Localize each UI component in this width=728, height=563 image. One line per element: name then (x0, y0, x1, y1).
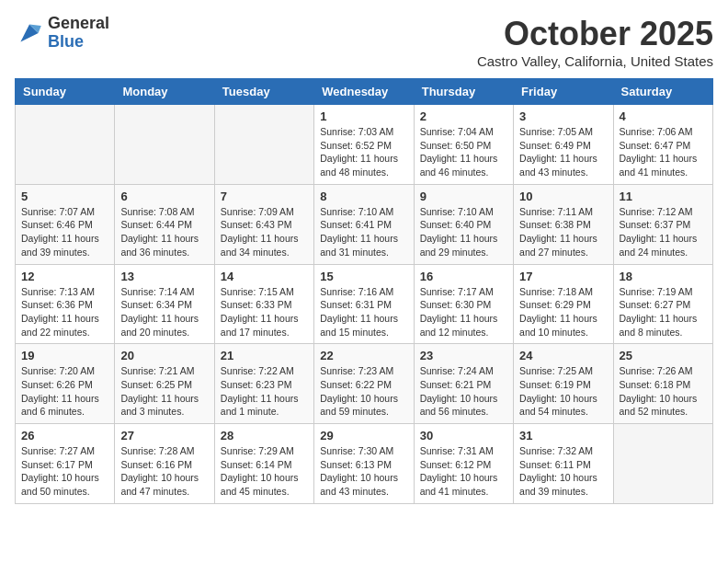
day-number: 16 (420, 270, 507, 283)
day-number: 9 (420, 190, 507, 203)
day-info: Sunrise: 7:28 AMSunset: 6:16 PMDaylight:… (120, 444, 208, 499)
weekday-header-row: SundayMondayTuesdayWednesdayThursdayFrid… (16, 79, 713, 105)
calendar-cell: 24Sunrise: 7:25 AMSunset: 6:19 PMDayligh… (514, 344, 613, 424)
calendar-cell (115, 105, 214, 185)
calendar-cell: 30Sunrise: 7:31 AMSunset: 6:12 PMDayligh… (414, 424, 513, 504)
calendar-cell: 10Sunrise: 7:11 AMSunset: 6:38 PMDayligh… (514, 184, 613, 264)
day-number: 5 (21, 190, 108, 203)
calendar-cell: 13Sunrise: 7:14 AMSunset: 6:34 PMDayligh… (115, 264, 214, 344)
day-info: Sunrise: 7:06 AMSunset: 6:47 PMDaylight:… (620, 125, 707, 179)
day-number: 26 (21, 429, 108, 442)
page-header: General Blue October 2025 Castro Valley,… (15, 15, 713, 69)
calendar-cell: 6Sunrise: 7:08 AMSunset: 6:44 PMDaylight… (115, 184, 214, 264)
day-number: 22 (320, 349, 407, 362)
day-info: Sunrise: 7:16 AMSunset: 6:31 PMDaylight:… (320, 285, 407, 339)
day-number: 14 (221, 270, 308, 283)
day-number: 13 (120, 270, 208, 283)
logo-icon (15, 18, 44, 48)
calendar-cell: 8Sunrise: 7:10 AMSunset: 6:41 PMDaylight… (314, 184, 414, 264)
weekday-header-saturday: Saturday (613, 79, 712, 105)
day-number: 31 (519, 429, 607, 442)
day-number: 12 (21, 270, 108, 283)
day-info: Sunrise: 7:04 AMSunset: 6:50 PMDaylight:… (420, 125, 507, 179)
calendar-cell: 3Sunrise: 7:05 AMSunset: 6:49 PMDaylight… (514, 105, 613, 185)
calendar-cell: 27Sunrise: 7:28 AMSunset: 6:16 PMDayligh… (115, 424, 214, 504)
day-info: Sunrise: 7:10 AMSunset: 6:41 PMDaylight:… (320, 205, 407, 259)
day-info: Sunrise: 7:05 AMSunset: 6:49 PMDaylight:… (519, 125, 607, 179)
day-number: 8 (320, 190, 407, 203)
day-info: Sunrise: 7:22 AMSunset: 6:23 PMDaylight:… (221, 364, 308, 419)
calendar-cell: 1Sunrise: 7:03 AMSunset: 6:52 PMDaylight… (314, 105, 414, 185)
logo-blue-text: Blue (48, 33, 109, 52)
day-info: Sunrise: 7:24 AMSunset: 6:21 PMDaylight:… (420, 364, 507, 419)
calendar-cell: 2Sunrise: 7:04 AMSunset: 6:50 PMDaylight… (414, 105, 513, 185)
calendar-cell: 29Sunrise: 7:30 AMSunset: 6:13 PMDayligh… (314, 424, 414, 504)
day-number: 17 (519, 270, 607, 283)
day-number: 11 (620, 190, 707, 203)
calendar-week-row: 1Sunrise: 7:03 AMSunset: 6:52 PMDaylight… (16, 105, 713, 185)
weekday-header-thursday: Thursday (414, 79, 513, 105)
day-info: Sunrise: 7:19 AMSunset: 6:27 PMDaylight:… (620, 285, 707, 339)
day-info: Sunrise: 7:15 AMSunset: 6:33 PMDaylight:… (221, 285, 308, 339)
calendar-cell: 19Sunrise: 7:20 AMSunset: 6:26 PMDayligh… (16, 344, 115, 424)
day-number: 25 (620, 349, 707, 362)
weekday-header-monday: Monday (115, 79, 214, 105)
day-number: 10 (519, 190, 607, 203)
day-info: Sunrise: 7:26 AMSunset: 6:18 PMDaylight:… (620, 364, 707, 419)
day-info: Sunrise: 7:14 AMSunset: 6:34 PMDaylight:… (120, 285, 208, 339)
calendar-cell: 4Sunrise: 7:06 AMSunset: 6:47 PMDaylight… (613, 105, 712, 185)
day-info: Sunrise: 7:27 AMSunset: 6:17 PMDaylight:… (21, 444, 108, 499)
day-number: 24 (519, 349, 607, 362)
day-info: Sunrise: 7:30 AMSunset: 6:13 PMDaylight:… (320, 444, 407, 499)
day-number: 3 (519, 109, 607, 123)
calendar-cell: 16Sunrise: 7:17 AMSunset: 6:30 PMDayligh… (414, 264, 513, 344)
calendar-cell (16, 105, 115, 185)
calendar-cell: 7Sunrise: 7:09 AMSunset: 6:43 PMDaylight… (214, 184, 313, 264)
day-number: 20 (120, 349, 208, 362)
day-info: Sunrise: 7:07 AMSunset: 6:46 PMDaylight:… (21, 205, 108, 259)
day-info: Sunrise: 7:13 AMSunset: 6:36 PMDaylight:… (21, 285, 108, 339)
day-number: 6 (120, 190, 208, 203)
calendar-cell: 5Sunrise: 7:07 AMSunset: 6:46 PMDaylight… (16, 184, 115, 264)
day-info: Sunrise: 7:29 AMSunset: 6:14 PMDaylight:… (221, 444, 308, 499)
weekday-header-wednesday: Wednesday (314, 79, 414, 105)
day-info: Sunrise: 7:11 AMSunset: 6:38 PMDaylight:… (519, 205, 607, 259)
calendar-table: SundayMondayTuesdayWednesdayThursdayFrid… (15, 78, 713, 504)
day-info: Sunrise: 7:25 AMSunset: 6:19 PMDaylight:… (519, 364, 607, 419)
calendar-cell: 14Sunrise: 7:15 AMSunset: 6:33 PMDayligh… (214, 264, 313, 344)
calendar-week-row: 19Sunrise: 7:20 AMSunset: 6:26 PMDayligh… (16, 344, 713, 424)
day-number: 18 (620, 270, 707, 283)
day-number: 2 (420, 109, 507, 123)
day-info: Sunrise: 7:10 AMSunset: 6:40 PMDaylight:… (420, 205, 507, 259)
day-info: Sunrise: 7:09 AMSunset: 6:43 PMDaylight:… (221, 205, 308, 259)
calendar-cell: 21Sunrise: 7:22 AMSunset: 6:23 PMDayligh… (214, 344, 313, 424)
day-info: Sunrise: 7:18 AMSunset: 6:29 PMDaylight:… (519, 285, 607, 339)
calendar-cell: 31Sunrise: 7:32 AMSunset: 6:11 PMDayligh… (514, 424, 613, 504)
calendar-cell: 22Sunrise: 7:23 AMSunset: 6:22 PMDayligh… (314, 344, 414, 424)
weekday-header-sunday: Sunday (16, 79, 115, 105)
day-number: 21 (221, 349, 308, 362)
calendar-cell: 28Sunrise: 7:29 AMSunset: 6:14 PMDayligh… (214, 424, 313, 504)
day-number: 1 (320, 109, 407, 123)
day-number: 4 (620, 109, 707, 123)
calendar-cell: 11Sunrise: 7:12 AMSunset: 6:37 PMDayligh… (613, 184, 712, 264)
title-block: October 2025 Castro Valley, California, … (477, 15, 713, 69)
day-info: Sunrise: 7:03 AMSunset: 6:52 PMDaylight:… (320, 125, 407, 179)
day-info: Sunrise: 7:32 AMSunset: 6:11 PMDaylight:… (519, 444, 607, 499)
logo: General Blue (15, 15, 109, 52)
calendar-cell: 15Sunrise: 7:16 AMSunset: 6:31 PMDayligh… (314, 264, 414, 344)
location-text: Castro Valley, California, United States (477, 53, 713, 69)
calendar-cell: 18Sunrise: 7:19 AMSunset: 6:27 PMDayligh… (613, 264, 712, 344)
calendar-cell: 9Sunrise: 7:10 AMSunset: 6:40 PMDaylight… (414, 184, 513, 264)
calendar-week-row: 5Sunrise: 7:07 AMSunset: 6:46 PMDaylight… (16, 184, 713, 264)
calendar-cell: 25Sunrise: 7:26 AMSunset: 6:18 PMDayligh… (613, 344, 712, 424)
day-info: Sunrise: 7:12 AMSunset: 6:37 PMDaylight:… (620, 205, 707, 259)
day-info: Sunrise: 7:31 AMSunset: 6:12 PMDaylight:… (420, 444, 507, 499)
day-number: 30 (420, 429, 507, 442)
calendar-cell (613, 424, 712, 504)
calendar-cell: 17Sunrise: 7:18 AMSunset: 6:29 PMDayligh… (514, 264, 613, 344)
weekday-header-friday: Friday (514, 79, 613, 105)
day-number: 29 (320, 429, 407, 442)
calendar-cell: 26Sunrise: 7:27 AMSunset: 6:17 PMDayligh… (16, 424, 115, 504)
calendar-week-row: 26Sunrise: 7:27 AMSunset: 6:17 PMDayligh… (16, 424, 713, 504)
